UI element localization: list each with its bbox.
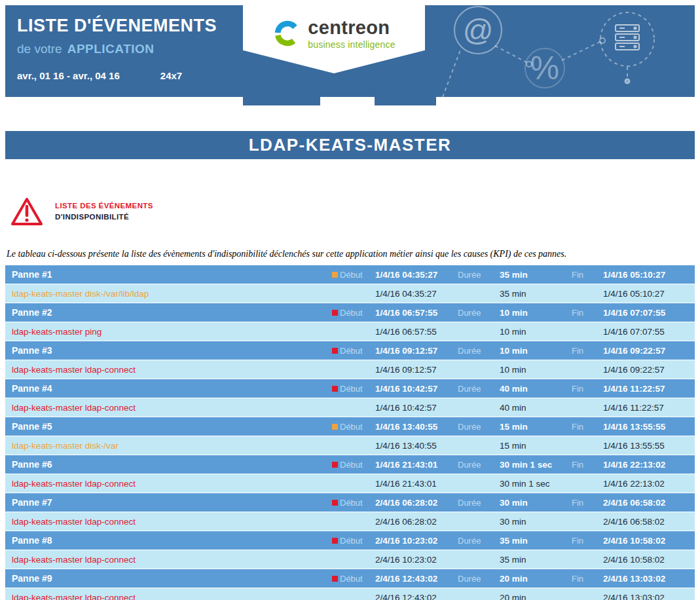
event-summary-row: Panne #6Début1/4/16 21:43:01Durée30 min …: [5, 455, 695, 474]
kpi-start-value: 1/4/16 21:43:01: [375, 479, 458, 489]
table-description: Le tableau ci-dessous présente la liste …: [7, 249, 695, 259]
severity-cell: [329, 348, 340, 354]
event-detail-row: ldap-keats-master ldap-connect1/4/16 10:…: [5, 398, 695, 417]
event-detail-row: ldap-keats-master ldap-connect2/4/16 12:…: [5, 588, 695, 600]
end-value: 1/4/16 05:10:27: [603, 270, 695, 280]
end-label: Fin: [572, 498, 603, 508]
event-name: Panne #4: [5, 383, 329, 394]
kpi-duration-value: 20 min: [500, 593, 572, 600]
kpi-name: ldap-keats-master disk-/var/lib/ldap: [5, 289, 329, 299]
event-detail-row: ldap-keats-master ldap-connect2/4/16 10:…: [5, 550, 695, 569]
event-summary-row: Panne #5Début1/4/16 13:40:55Durée15 minF…: [5, 417, 695, 436]
severity-square-icon: [332, 462, 338, 468]
end-value: 2/4/16 06:58:02: [603, 498, 695, 508]
start-value: 1/4/16 09:12:57: [375, 346, 458, 356]
kpi-start-value: 1/4/16 09:12:57: [375, 365, 458, 375]
report-header-banner: @ % LISTE D'ÉVENEMENTS de votreAPPLICATI…: [5, 5, 695, 97]
server-icon: [616, 25, 639, 50]
severity-square-icon: [332, 310, 338, 316]
kpi-end-value: 1/4/16 11:22:57: [603, 403, 695, 413]
event-summary-row: Panne #3Début1/4/16 09:12:57Durée10 minF…: [5, 341, 695, 360]
logo-name: centreon: [308, 18, 395, 37]
kpi-duration-value: 40 min: [500, 403, 572, 413]
event-summary-row: Panne #9Début2/4/16 12:43:02Durée20 minF…: [5, 569, 695, 588]
start-label: Début: [340, 498, 375, 508]
start-label: Début: [340, 346, 375, 356]
subtitle-prefix: de votre: [17, 42, 62, 56]
kpi-end-value: 1/4/16 22:13:02: [603, 479, 695, 489]
kpi-name: ldap-keats-master disk-/var: [5, 441, 329, 451]
kpi-duration-value: 35 min: [500, 555, 572, 565]
kpi-duration-value: 35 min: [500, 289, 572, 299]
duration-value: 30 min: [500, 498, 572, 508]
report-subtitle: de votreAPPLICATION: [17, 42, 217, 56]
event-detail-row: ldap-keats-master disk-/var/lib/ldap1/4/…: [5, 284, 695, 303]
event-name: Panne #7: [5, 497, 329, 508]
severity-square-icon: [332, 538, 338, 544]
kpi-duration-value: 10 min: [500, 365, 572, 375]
at-circle-icon: [454, 7, 502, 54]
severity-cell: [329, 576, 340, 582]
severity-cell: [329, 386, 340, 392]
event-summary-row: Panne #2Début1/4/16 06:57:55Durée10 minF…: [5, 303, 695, 322]
duration-label: Durée: [458, 574, 500, 584]
duration-value: 20 min: [500, 574, 572, 584]
events-list-heading-line2: D'INDISPONIBILITÉ: [55, 212, 153, 223]
event-detail-row: ldap-keats-master ldap-connect2/4/16 06:…: [5, 512, 695, 531]
reporting-period: 24x7: [160, 70, 182, 81]
start-value: 2/4/16 10:23:02: [375, 536, 458, 546]
duration-value: 30 min 1 sec: [500, 460, 572, 470]
start-value: 1/4/16 04:35:27: [375, 270, 458, 280]
severity-cell: [329, 500, 340, 506]
event-name: Panne #2: [5, 307, 329, 318]
ribbon-tail-left: [243, 97, 320, 105]
event-name: Panne #3: [5, 345, 329, 356]
kpi-end-value: 2/4/16 06:58:02: [603, 517, 695, 527]
start-label: Début: [340, 536, 375, 546]
kpi-name: ldap-keats-master ping: [5, 327, 329, 337]
kpi-name: ldap-keats-master ldap-connect: [5, 517, 329, 527]
kpi-duration-value: 30 min 1 sec: [500, 479, 572, 489]
start-value: 1/4/16 10:42:57: [375, 384, 458, 394]
end-value: 1/4/16 09:22:57: [603, 346, 695, 356]
duration-value: 10 min: [500, 308, 572, 318]
events-table: Panne #1Début1/4/16 04:35:27Durée35 minF…: [5, 265, 695, 600]
percent-circle-icon: [525, 48, 564, 88]
event-detail-row: ldap-keats-master ldap-connect1/4/16 21:…: [5, 474, 695, 493]
kpi-name: ldap-keats-master ldap-connect: [5, 479, 329, 489]
duration-value: 35 min: [500, 536, 572, 546]
kpi-start-value: 2/4/16 12:43:02: [375, 593, 458, 600]
kpi-end-value: 1/4/16 09:22:57: [603, 365, 695, 375]
kpi-name: ldap-keats-master ldap-connect: [5, 555, 329, 565]
kpi-start-value: 1/4/16 10:42:57: [375, 403, 458, 413]
duration-value: 40 min: [500, 384, 572, 394]
duration-label: Durée: [458, 422, 500, 432]
end-label: Fin: [572, 384, 603, 394]
report-title: LISTE D'ÉVENEMENTS: [17, 16, 217, 36]
event-summary-row: Panne #1Début1/4/16 04:35:27Durée35 minF…: [5, 265, 695, 284]
severity-cell: [329, 310, 340, 316]
end-label: Fin: [572, 460, 603, 470]
logo-tagline: business intelligence: [308, 39, 395, 50]
kpi-start-value: 2/4/16 06:28:02: [375, 517, 458, 527]
start-value: 1/4/16 13:40:55: [375, 422, 458, 432]
event-detail-row: ldap-keats-master ping1/4/16 06:57:5510 …: [5, 322, 695, 341]
start-label: Début: [340, 574, 375, 584]
event-summary-row: Panne #8Début2/4/16 10:23:02Durée35 minF…: [5, 531, 695, 550]
duration-label: Durée: [458, 346, 500, 356]
severity-cell: [329, 424, 340, 430]
severity-square-icon: [332, 272, 338, 278]
kpi-name: ldap-keats-master ldap-connect: [5, 365, 329, 375]
kpi-name: ldap-keats-master ldap-connect: [5, 593, 329, 600]
application-title-bar: LDAP-KEATS-MASTER: [5, 131, 695, 159]
end-label: Fin: [572, 270, 603, 280]
event-name: Panne #5: [5, 421, 329, 432]
event-summary-row: Panne #4Début1/4/16 10:42:57Durée40 minF…: [5, 379, 695, 398]
centreon-logo-icon: [272, 18, 303, 48]
severity-cell: [329, 272, 340, 278]
event-summary-row: Panne #7Début2/4/16 06:28:02Durée30 minF…: [5, 493, 695, 512]
event-name: Panne #9: [5, 573, 329, 584]
end-label: Fin: [572, 574, 603, 584]
event-detail-row: ldap-keats-master ldap-connect1/4/16 09:…: [5, 360, 695, 379]
start-label: Début: [340, 422, 375, 432]
